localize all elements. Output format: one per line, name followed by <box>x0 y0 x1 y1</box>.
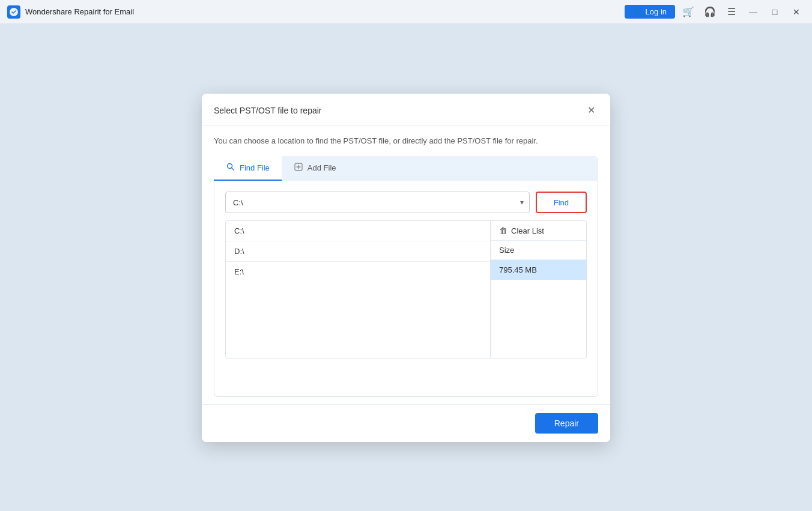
dialog-body: Find File Add File <box>202 156 610 397</box>
find-button[interactable]: Find <box>536 192 587 213</box>
size-column-header: Size <box>491 241 586 260</box>
menu-icon[interactable]: ☰ <box>723 4 740 20</box>
drive-select-wrapper: C:\ D:\ E:\ ▾ <box>225 192 530 213</box>
drive-item-d[interactable]: D:\ <box>226 241 490 262</box>
clear-list-button[interactable]: 🗑 Clear List <box>491 221 586 241</box>
app-logo <box>7 5 20 19</box>
dialog-header: Select PST/OST file to repair ✕ <box>202 94 610 125</box>
add-file-tab-icon <box>294 162 303 174</box>
drive-list-pane: C:\ D:\ E:\ <box>225 220 491 358</box>
maximize-button[interactable]: □ <box>766 4 783 20</box>
find-file-tab-label: Find File <box>240 163 270 172</box>
trash-icon: 🗑 <box>499 226 507 235</box>
split-area: C:\ D:\ E:\ 🗑 Clear List Size 795.45 MB <box>225 220 587 358</box>
main-background: Select PST/OST file to repair ✕ You can … <box>0 24 812 511</box>
dialog-overlay: Select PST/OST file to repair ✕ You can … <box>0 24 812 511</box>
headset-icon[interactable]: 🎧 <box>701 4 718 20</box>
add-file-tab-label: Add File <box>308 163 336 172</box>
dialog-close-button[interactable]: ✕ <box>584 103 598 118</box>
drive-select[interactable]: C:\ D:\ E:\ <box>225 192 530 213</box>
app-title: Wondershare Repairit for Email <box>25 7 625 16</box>
drive-item-e[interactable]: E:\ <box>226 262 490 282</box>
titlebar-actions: 👤 Log in 🛒 🎧 ☰ — □ ✕ <box>625 4 805 20</box>
svg-line-2 <box>232 168 234 171</box>
repair-button[interactable]: Repair <box>535 413 598 434</box>
drive-item-c[interactable]: C:\ <box>226 221 490 241</box>
dialog-title: Select PST/OST file to repair <box>214 106 321 115</box>
login-button[interactable]: 👤 Log in <box>625 5 675 19</box>
user-icon: 👤 <box>633 7 643 16</box>
cart-icon[interactable]: 🛒 <box>680 4 697 20</box>
dialog-footer: Repair <box>202 404 610 442</box>
window-close-button[interactable]: ✕ <box>788 4 805 20</box>
right-pane: 🗑 Clear List Size 795.45 MB <box>491 220 587 358</box>
minimize-button[interactable]: — <box>745 4 762 20</box>
find-panel: C:\ D:\ E:\ ▾ Find C:\ D:\ <box>214 181 598 397</box>
tab-bar: Find File Add File <box>214 156 598 181</box>
titlebar: Wondershare Repairit for Email 👤 Log in … <box>0 0 812 24</box>
size-value: 795.45 MB <box>491 260 586 280</box>
select-file-dialog: Select PST/OST file to repair ✕ You can … <box>202 94 610 442</box>
tab-find-file[interactable]: Find File <box>214 156 282 181</box>
dialog-subtitle: You can choose a location to find the PS… <box>202 125 610 157</box>
find-file-tab-icon <box>226 162 235 174</box>
tab-add-file[interactable]: Add File <box>282 156 348 181</box>
find-row: C:\ D:\ E:\ ▾ Find <box>225 192 587 213</box>
